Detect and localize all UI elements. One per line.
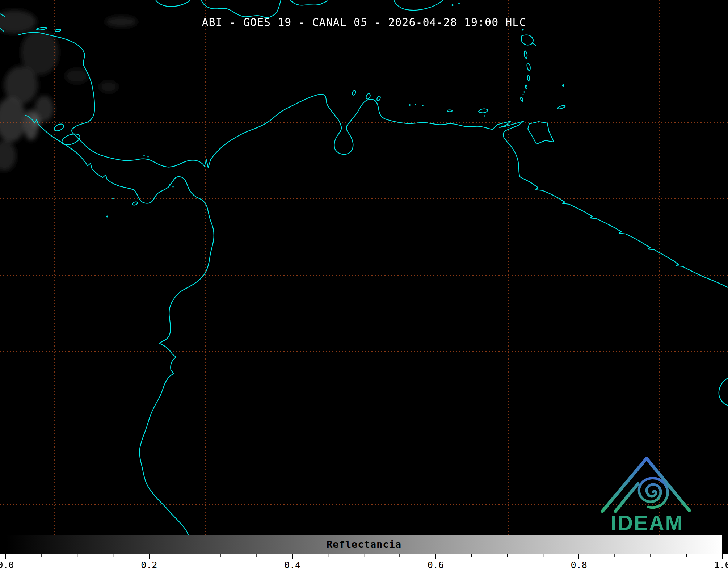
islands-lesser-antilles <box>521 29 566 110</box>
island-dot <box>169 184 171 185</box>
colorbar-tick <box>185 554 185 557</box>
satellite-image-viewport: IDEAM ABI - GOES 19 - CANAL 05 - 2026-04… <box>0 0 728 571</box>
island-guanaja <box>55 29 61 32</box>
colorbar-tick-label: 0.6 <box>428 560 444 570</box>
island-puerto-rico <box>394 0 443 10</box>
colorbar-axis: 0.0 0.2 0.4 0.6 0.8 1.0 <box>0 554 728 571</box>
ideam-logo: IDEAM <box>602 458 689 534</box>
island-martinique <box>527 63 530 71</box>
island-san-andres <box>106 216 108 218</box>
colorbar-tick <box>41 554 42 557</box>
lake-nicaragua <box>60 132 81 147</box>
island-st-vincent <box>525 85 527 89</box>
island-coiba <box>132 201 138 206</box>
island-dot <box>522 29 524 31</box>
colorbar-tick <box>435 554 436 559</box>
island-providencia <box>112 198 114 199</box>
colorbar-tick-label: 0.4 <box>284 560 300 570</box>
colorbar-scale: 0.0 0.2 0.4 0.6 0.8 1.0 <box>6 554 722 571</box>
colorbar-tick <box>722 554 723 559</box>
colorbar-tick <box>220 554 221 557</box>
island-curacao <box>365 93 371 100</box>
island-hispaniola <box>201 0 281 17</box>
colorbar-tick <box>328 554 329 557</box>
coastline-caribbean-mainland <box>19 33 728 287</box>
logo-mountain <box>602 458 689 511</box>
lake-managua <box>53 123 65 132</box>
colorbar-tick <box>650 554 651 557</box>
island-dot <box>484 115 485 117</box>
colorbar-tick <box>5 554 6 559</box>
logo-spiral <box>639 478 668 507</box>
colorbar-tick <box>507 554 508 557</box>
island-dot <box>143 155 145 156</box>
colorbar-tick <box>113 554 114 557</box>
island-jamaica <box>156 0 190 7</box>
island-margarita <box>479 109 488 113</box>
logo-text: IDEAM <box>611 511 684 534</box>
coastline-pacific-mainland <box>25 115 214 535</box>
island-la-tortuga <box>447 110 452 112</box>
island-dot <box>422 105 424 106</box>
island-bonaire <box>376 96 381 101</box>
colorbar-tick <box>364 554 365 557</box>
colorbar-gradient: Reflectancia <box>6 535 722 554</box>
island-dot <box>458 3 460 4</box>
island-dot <box>523 91 525 93</box>
island-dot <box>523 94 524 95</box>
colorbar-tick <box>614 554 615 557</box>
island-dominica <box>524 51 527 59</box>
island-guadeloupe <box>521 35 536 46</box>
colorbar-tick <box>77 554 78 557</box>
island-grenada <box>521 97 523 101</box>
colorbar-tick-label: 1.0 <box>714 560 728 570</box>
image-title: ABI - GOES 19 - CANAL 05 - 2026-04-28 19… <box>0 16 728 29</box>
island-fragment-top <box>290 0 327 5</box>
satellite-map: IDEAM <box>0 0 728 571</box>
colorbar-title: Reflectancia <box>6 535 722 554</box>
island-tobago <box>557 105 565 109</box>
island-barbados <box>562 84 564 87</box>
colorbar-tick-label: 0.2 <box>141 560 157 570</box>
island-dot <box>409 104 411 106</box>
island-st-lucia <box>527 75 530 81</box>
colorbar-tick <box>543 554 544 557</box>
colorbar: Reflectancia 0.0 0.2 0.4 0.6 0.8 1.0 <box>0 535 728 571</box>
colorbar-tick <box>256 554 257 557</box>
island-dot <box>172 186 174 188</box>
island-dot <box>147 156 149 158</box>
colorbar-tick <box>292 554 293 559</box>
island-aruba <box>352 90 356 96</box>
colorbar-tick <box>149 554 150 559</box>
island-dot <box>415 104 416 105</box>
colorbar-tick-label: 0.8 <box>571 560 587 570</box>
colorbar-tick-label: 0.0 <box>0 560 14 570</box>
graticule <box>0 0 728 535</box>
islands-venezuela-offshore <box>352 90 488 117</box>
coast-fragment-right-edge <box>719 378 728 406</box>
colorbar-tick <box>400 554 400 557</box>
colorbar-tick <box>686 554 687 557</box>
colorbar-tick <box>578 554 579 559</box>
colorbar-tick <box>471 554 472 557</box>
island-trinidad <box>528 122 554 144</box>
coastlines <box>0 0 728 535</box>
island-dot <box>452 4 454 6</box>
